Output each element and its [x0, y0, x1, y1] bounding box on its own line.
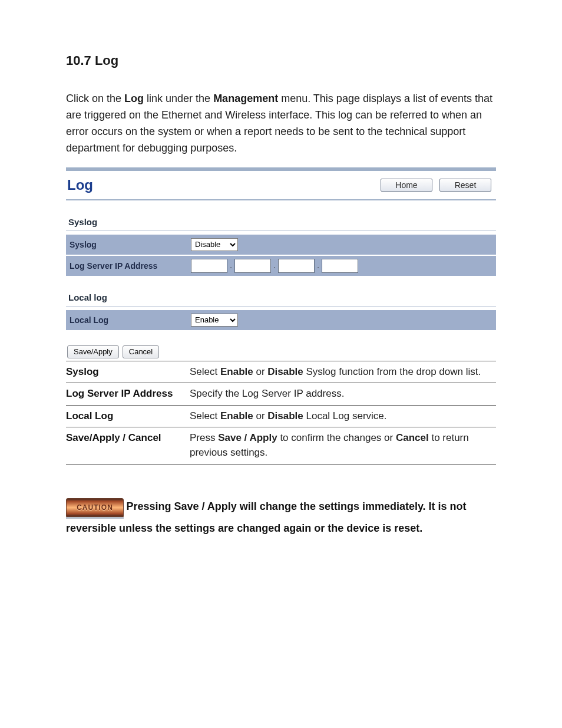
text: Local Log service. — [303, 410, 387, 421]
param-desc: Press Save / Apply to confirm the change… — [190, 427, 496, 464]
parameter-table: Syslog Select Enable or Disable Syslog f… — [66, 361, 496, 465]
table-row: Save/Apply / Cancel Press Save / Apply t… — [66, 427, 496, 464]
text: or — [253, 366, 268, 377]
text-bold: Enable — [220, 366, 253, 377]
text: Select — [190, 366, 220, 377]
ip-dot: . — [315, 261, 322, 270]
save-apply-button[interactable]: Save/Apply — [67, 345, 119, 358]
intro-text: link under the — [144, 93, 213, 104]
text-bold: Disable — [267, 366, 303, 377]
param-label: Log Server IP Address — [66, 383, 190, 406]
caution-text: reversible unless the settings are chang… — [66, 519, 496, 538]
router-ui-screenshot: Log Home Reset Syslog Syslog Disable Log… — [66, 167, 496, 358]
page: 10.7 Log Click on the Log link under the… — [0, 0, 562, 728]
intro-menu-bold: Management — [213, 93, 278, 104]
text: to confirm the changes or — [277, 432, 396, 443]
ip-octet-3[interactable] — [278, 259, 315, 273]
locallog-section-title: Local log — [66, 292, 496, 307]
logserver-row: Log Server IP Address . . . — [66, 256, 496, 276]
form-buttons: Save/Apply Cancel — [66, 345, 496, 358]
locallog-row: Local Log Enable — [66, 310, 496, 330]
logserver-label: Log Server IP Address — [66, 261, 191, 271]
syslog-label: Syslog — [66, 240, 191, 249]
param-label: Local Log — [66, 405, 190, 427]
text: or — [253, 410, 268, 421]
caution-text: Pressing Save / Apply will change the se… — [126, 500, 466, 512]
caution-badge-icon: CAUTION — [66, 498, 124, 517]
locallog-section: Local log Local Log Enable — [66, 292, 496, 330]
intro-paragraph: Click on the Log link under the Manageme… — [66, 91, 496, 157]
table-row: Syslog Select Enable or Disable Syslog f… — [66, 361, 496, 383]
ui-topbar: Log Home Reset — [66, 174, 496, 200]
text-bold: Disable — [267, 410, 303, 421]
section-heading: 10.7 Log — [66, 53, 496, 68]
cancel-button[interactable]: Cancel — [123, 345, 159, 358]
text: Select — [190, 410, 220, 421]
param-label: Save/Apply / Cancel — [66, 427, 190, 464]
table-row: Local Log Select Enable or Disable Local… — [66, 405, 496, 427]
param-desc: Select Enable or Disable Syslog function… — [190, 361, 496, 383]
table-row: Log Server IP Address Specify the Log Se… — [66, 383, 496, 406]
syslog-control: Disable — [191, 238, 496, 251]
text: Syslog function from the drop down list. — [303, 366, 481, 377]
reset-button[interactable]: Reset — [439, 179, 491, 192]
caution-block: CAUTION Pressing Save / Apply will chang… — [66, 498, 496, 537]
locallog-control: Enable — [191, 314, 496, 327]
param-desc: Specify the Log Server IP address. — [190, 383, 496, 406]
ip-dot: . — [227, 261, 234, 270]
syslog-section: Syslog Syslog Disable Log Server IP Addr… — [66, 217, 496, 276]
ip-octet-2[interactable] — [234, 259, 271, 273]
logserver-control: . . . — [191, 259, 496, 273]
text-bold: Save / Apply — [218, 432, 277, 443]
home-button[interactable]: Home — [381, 179, 432, 192]
locallog-select[interactable]: Enable — [191, 314, 238, 327]
intro-text: Click on the — [66, 93, 124, 104]
ip-octet-4[interactable] — [322, 259, 358, 273]
caution-badge-label: CAUTION — [77, 503, 113, 512]
ip-octet-1[interactable] — [191, 259, 227, 273]
syslog-select[interactable]: Disable — [191, 238, 238, 251]
text-bold: Cancel — [396, 432, 429, 443]
text-bold: Enable — [220, 410, 253, 421]
param-label: Syslog — [66, 361, 190, 383]
page-title: Log — [67, 177, 373, 193]
intro-link-bold: Log — [124, 93, 144, 104]
syslog-row: Syslog Disable — [66, 235, 496, 255]
text: Press — [190, 432, 218, 443]
syslog-section-title: Syslog — [66, 217, 496, 231]
ip-dot: . — [271, 261, 278, 270]
locallog-label: Local Log — [66, 315, 191, 325]
param-desc: Select Enable or Disable Local Log servi… — [190, 405, 496, 427]
